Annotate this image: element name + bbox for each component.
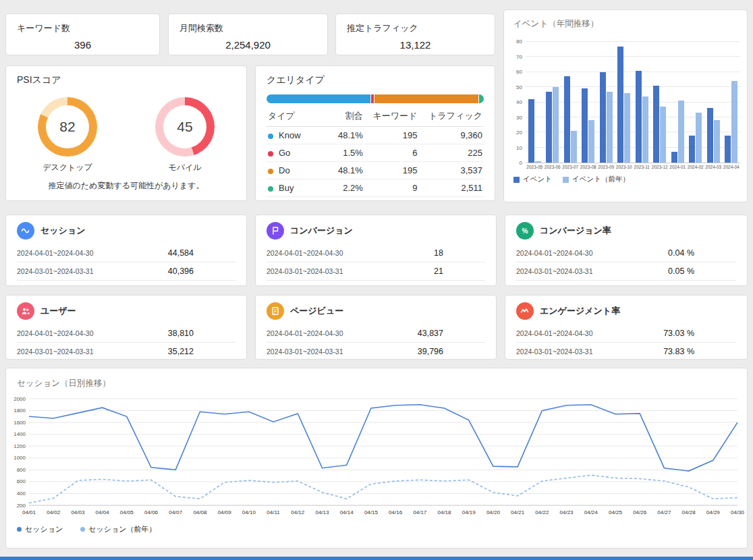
metric-row: 2024-04-01~2024-04-30 0.04 % <box>516 244 736 262</box>
estimated-traffic-label: 推定トラフィック <box>336 14 495 34</box>
bar[interactable] <box>588 120 594 163</box>
svg-text:04/15: 04/15 <box>364 509 379 515</box>
bar[interactable] <box>653 86 659 163</box>
legend-item-event-prev[interactable]: イベント（前年） <box>563 175 630 184</box>
bar[interactable] <box>607 92 613 163</box>
metric-period: 2024-03-01~2024-03-31 <box>17 347 132 356</box>
metric-value: 73.03 % <box>631 329 736 338</box>
monthly-search-label: 月間検索数 <box>169 14 327 34</box>
psi-mobile-label: モバイル <box>155 162 215 173</box>
ratio-cell: 48.1% <box>323 127 364 144</box>
metric-row: 2024-03-01~2024-03-31 40,396 <box>17 262 235 281</box>
metric-period: 2024-04-01~2024-04-30 <box>516 249 631 257</box>
bar[interactable] <box>582 88 588 163</box>
session-chart-legend: セッション セッション（前年） <box>17 524 747 534</box>
bar-group[interactable] <box>526 42 544 163</box>
bar[interactable] <box>642 96 648 163</box>
svg-text:04/14: 04/14 <box>340 509 354 515</box>
type-cell: Go <box>267 144 323 162</box>
svg-text:1800: 1800 <box>13 408 26 414</box>
legend-item-session[interactable]: セッション <box>17 524 63 534</box>
metric-row: 2024-04-01~2024-04-30 43,837 <box>267 325 485 343</box>
bar-group[interactable] <box>615 42 634 163</box>
bar-group[interactable] <box>687 42 705 163</box>
event-chart-plot[interactable] <box>526 42 740 163</box>
bar-group[interactable] <box>597 42 615 163</box>
bar[interactable] <box>553 87 559 163</box>
svg-text:04/22: 04/22 <box>535 509 549 515</box>
psi-note: 推定値のため変動する可能性があります。 <box>6 180 246 192</box>
keywords-cell: 195 <box>364 127 419 144</box>
metric-card-pageviews: ページビュー 2024-04-01~2024-04-30 43,837 2024… <box>255 295 497 360</box>
query-type-title: クエリタイプ <box>256 66 495 86</box>
bar[interactable] <box>571 131 577 163</box>
legend-item-session-prev[interactable]: セッション（前年） <box>80 524 156 534</box>
svg-text:04/29: 04/29 <box>706 509 721 515</box>
event-bar-chart[interactable]: 01020304050607080 2023-052023-062023-072… <box>504 42 747 169</box>
traffic-cell: 3,537 <box>418 162 484 179</box>
ratio-cell: 48.1% <box>323 162 364 179</box>
svg-text:04/08: 04/08 <box>193 509 207 515</box>
metric-period: 2024-03-01~2024-03-31 <box>17 267 132 275</box>
query-type-header-row: タイプ 割合 キーワード トラフィック <box>267 106 484 127</box>
query-type-stacked-bar[interactable] <box>267 94 484 103</box>
pageviews-icon <box>267 302 284 320</box>
session-line-chart[interactable]: 20040060080010001200140016001800200004/0… <box>9 393 744 524</box>
bar[interactable] <box>617 47 623 163</box>
query-type-row-go: Go 1.5% 6 225 <box>267 144 484 162</box>
bar-group[interactable] <box>544 42 562 163</box>
bar[interactable] <box>714 120 720 163</box>
monthly-search-value: 2,254,920 <box>169 39 327 51</box>
legend-swatch-previous <box>563 177 569 183</box>
bar-group[interactable] <box>669 42 687 163</box>
metric-period: 2024-03-01~2024-03-31 <box>267 347 381 356</box>
bar[interactable] <box>564 76 570 163</box>
metric-row: 2024-04-01~2024-04-30 38,810 <box>17 325 235 343</box>
bar[interactable] <box>731 81 737 163</box>
metric-card-title: コンバージョン率 <box>540 225 611 237</box>
bar[interactable] <box>707 108 713 163</box>
metric-value: 38,810 <box>132 329 235 338</box>
bar[interactable] <box>678 101 684 163</box>
legend-item-event[interactable]: イベント <box>513 175 552 184</box>
bar[interactable] <box>689 136 695 163</box>
x-tick-label: 2023-10 <box>616 165 632 169</box>
bar[interactable] <box>546 92 552 163</box>
x-tick-label: 2024-03 <box>705 165 721 169</box>
bar[interactable] <box>696 113 702 163</box>
type-name: Know <box>279 130 301 140</box>
bar[interactable] <box>636 71 642 163</box>
traffic-cell: 2,511 <box>418 179 484 197</box>
legend-dot-sessions-prev <box>80 527 85 532</box>
svg-text:04/16: 04/16 <box>389 509 403 515</box>
svg-text:04/12: 04/12 <box>291 509 305 515</box>
bar-group[interactable] <box>723 42 741 163</box>
bar-group[interactable] <box>651 42 669 163</box>
bar-group[interactable] <box>580 42 598 163</box>
metric-card-conversion-rate: % コンバージョン率 2024-04-01~2024-04-30 0.04 % … <box>505 215 748 286</box>
bar[interactable] <box>671 152 677 163</box>
metric-row: 2024-03-01~2024-03-31 0.05 % <box>516 262 736 281</box>
x-tick-label: 2023-08 <box>580 165 596 169</box>
segment-buy <box>479 94 484 103</box>
metric-card-title: コンバージョン <box>290 225 353 237</box>
x-tick-label: 2024-04 <box>723 165 740 169</box>
bar[interactable] <box>624 93 630 163</box>
metric-value: 40,396 <box>132 267 235 276</box>
psi-score-card: PSIスコア 82 デスクトップ 45 モバイル 推定値のため変動する可能性 <box>5 65 247 201</box>
bar-group[interactable] <box>704 42 723 163</box>
type-name: Buy <box>279 183 294 193</box>
bar[interactable] <box>725 136 731 163</box>
svg-text:%: % <box>522 227 528 235</box>
users-icon <box>17 302 34 320</box>
keyword-count-label: キーワード数 <box>6 14 159 34</box>
bar-group[interactable] <box>633 42 651 163</box>
psi-gauge-mobile: 45 モバイル <box>155 97 215 173</box>
bar-group[interactable] <box>561 42 580 163</box>
bar[interactable] <box>535 161 541 163</box>
bar[interactable] <box>600 72 606 163</box>
bar[interactable] <box>660 107 666 163</box>
metric-period: 2024-04-01~2024-04-30 <box>17 329 132 337</box>
psi-donut-mobile-hole: 45 <box>163 105 206 148</box>
bar[interactable] <box>528 99 534 163</box>
